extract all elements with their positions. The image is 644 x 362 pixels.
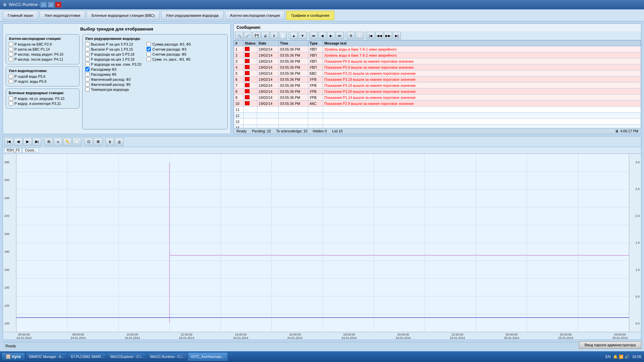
maximize-button[interactable]: □ <box>48 2 54 8</box>
msg-btn-up[interactable]: ▲ <box>290 32 298 39</box>
trend-cb-wp-0[interactable] <box>9 74 13 78</box>
close-button[interactable]: ✕ <box>55 2 62 8</box>
trend-cb-nr-6[interactable] <box>85 72 90 76</box>
chart-btn-lines[interactable]: ≡ <box>54 138 62 146</box>
chart-btn-zoom-fit[interactable]: ⊡ <box>84 138 93 146</box>
msg-cell-type: УВП <box>308 52 323 58</box>
trend-item-2: Р кислор. перед редукт. Р4.10 <box>9 52 76 56</box>
chart-btn-first[interactable]: |◀ <box>4 138 13 146</box>
trend-cb-nr-r1[interactable] <box>147 47 151 51</box>
trend-cb-azn-1[interactable] <box>9 47 13 51</box>
nav-bvs[interactable]: Блочные водородные станции (БВС) <box>87 11 160 20</box>
minimize-button[interactable]: ─ <box>40 2 47 8</box>
nav-water-prep[interactable]: Узел водоподготовки <box>40 11 85 20</box>
msg-cell-time: 03:55:36 PM <box>279 70 308 76</box>
taskbar-clock: 16:06 <box>632 355 641 359</box>
titlebar-title: WinCC-Runtime - <box>9 2 40 7</box>
trend-cb-nr-9[interactable] <box>85 87 90 92</box>
trend-cb-nr-r3[interactable] <box>147 57 151 61</box>
msg-btn-prev[interactable]: ◀ <box>318 32 326 39</box>
legend-rsh-f3[interactable]: RSH_F3 <box>4 148 22 153</box>
trend-cb-azn-3[interactable] <box>9 57 13 61</box>
msg-row: 1019/02/1403:55:36 PMАКСПоказания Р2.9 в… <box>234 101 641 107</box>
trend-cb-nr-8[interactable] <box>85 82 90 86</box>
main-content: Выбор трендов для отображения Азотно-кис… <box>0 21 644 351</box>
msg-cell-num: 12 <box>234 113 244 119</box>
legend-count[interactable]: Count... <box>22 148 39 153</box>
msg-btn-print2[interactable]: 📄 <box>279 32 287 39</box>
msg-btn-clock[interactable]: 🕐 <box>356 32 364 39</box>
nav-main-screen[interactable]: Главный экран <box>3 11 38 20</box>
msg-btn-first[interactable]: ⏮ <box>310 32 318 39</box>
msg-btn-settings[interactable]: ⚙ <box>347 32 355 39</box>
trend-label-nr-8: Фактический расход: Ф5 <box>91 82 130 86</box>
msg-cell-num: 7 <box>234 82 244 88</box>
msg-btn-filter2[interactable]: 🔎 <box>244 32 252 39</box>
trend-cb-wp-1[interactable] <box>9 79 13 83</box>
chart-sep-1 <box>43 138 43 145</box>
admin-button[interactable]: Ввод пароля администратора <box>579 341 641 349</box>
chart-btn-zoom-all[interactable]: ⊠ <box>94 138 102 146</box>
chart-btn-print[interactable]: 🖨 <box>115 138 123 146</box>
msg-btn-skip-prev[interactable]: ◀◀ <box>375 32 383 39</box>
msg-cell-type <box>308 125 323 128</box>
msg-row: 14 <box>234 125 641 128</box>
trend-item-nr-8: Фактический расход: Ф5 <box>85 82 141 86</box>
msg-cell-time <box>279 119 308 125</box>
msg-btn-info[interactable]: ℹ <box>270 32 278 39</box>
msg-cell-date: 19/02/14 <box>257 46 279 52</box>
trend-cb-bvs-1[interactable] <box>9 101 13 106</box>
msg-btn-down[interactable]: ▼ <box>299 32 307 39</box>
taskbar-simatic[interactable]: SIMATIC Manager - К... <box>26 353 67 361</box>
trend-item-nr-3: Р водорода на цех 1 Р3.19 <box>85 57 141 61</box>
chart-btn-last[interactable]: ▶| <box>33 138 41 146</box>
trend-cb-nr-0[interactable] <box>85 42 90 46</box>
nav-azn-ks[interactable]: Азотно-кислородная станция <box>225 11 285 20</box>
trend-cb-nr-r2[interactable] <box>147 52 151 56</box>
trend-cb-bvs-0[interactable] <box>9 96 13 101</box>
start-button[interactable]: 🪟 пуск <box>1 352 25 361</box>
trend-cb-azn-2[interactable] <box>9 52 13 56</box>
x-label-5: 16:00:0024.01.2014 <box>287 333 303 340</box>
msg-btn-filter1[interactable]: 🔍 <box>235 32 243 39</box>
msg-cell-status <box>244 107 257 113</box>
taskbar-s7plcsim[interactable]: S7-PLCSIM1 SIMAT... <box>68 353 107 361</box>
trend-cb-azn-0[interactable] <box>9 42 13 46</box>
msg-btn-last[interactable]: ⏭ <box>336 32 344 39</box>
taskbar-winccexplorer[interactable]: WinCCExplorer - C:\... <box>107 353 147 361</box>
msg-btn-skip-next[interactable]: ▶▶ <box>384 32 392 39</box>
taskbar-kztc[interactable]: КЗТС_АзотКислоро... <box>188 353 227 361</box>
trend-cb-nr-5[interactable] <box>85 67 90 71</box>
trend-cb-nr-3[interactable] <box>85 57 90 61</box>
msg-btn-skip-first[interactable]: |◀ <box>367 32 375 39</box>
trend-item-nr-r3: Сумм. сч. расх.: Ф3, Ф5 <box>147 57 191 61</box>
nav-h2-reduce[interactable]: Узел редуцирования водорода <box>161 11 224 20</box>
msg-row: 219/02/1403:55:36 PMУВПУровень воды в ба… <box>234 52 641 58</box>
taskbar: 🪟 пуск SIMATIC Manager - К... S7-PLCSIM1… <box>0 351 644 362</box>
chart-btn-prev[interactable]: ◀ <box>14 138 22 146</box>
chart-btn-grid[interactable]: ⊞ <box>44 138 53 146</box>
trend-cb-nr-4[interactable] <box>85 62 90 66</box>
msg-btn-next[interactable]: ▶ <box>327 32 335 39</box>
msg-btn-print[interactable]: 🖨 <box>261 32 269 39</box>
taskbar-winccruntime[interactable]: WinCC-Runtime - C:\... <box>147 353 187 361</box>
chart-btn-next[interactable]: ▶ <box>23 138 32 146</box>
msg-cell-time: 03:55:36 PM <box>279 58 308 64</box>
nav-graphs[interactable]: Графики и сообщения <box>286 11 334 20</box>
msg-cell-time: 03:55:36 PM <box>279 101 308 107</box>
trend-cb-nr-r0[interactable] <box>147 42 151 46</box>
trend-cb-nr-1[interactable] <box>85 47 90 51</box>
msg-btn-skip-last[interactable]: ▶| <box>393 32 401 39</box>
trend-cb-nr-2[interactable] <box>85 52 90 56</box>
msg-status-time: 4:06:17 PM <box>620 129 638 133</box>
trend-cb-nr-7[interactable] <box>85 77 90 81</box>
trend-label-nr-0: Высокое Р на цех 5 Р3.13 <box>91 42 133 46</box>
chart-btn-pause[interactable]: ⏸ <box>105 138 114 146</box>
chart-btn-ruler[interactable]: 📏 <box>63 138 72 146</box>
msg-btn-save[interactable]: 💾 <box>253 32 261 39</box>
msg-cell-num: 10 <box>234 101 244 107</box>
trend-item-0: Р воздуха на БВС Р2.9 <box>9 42 76 46</box>
msg-cell-type: УРВ <box>308 95 323 101</box>
chart-btn-clock[interactable]: 🕐 <box>72 138 81 146</box>
msg-cell-status <box>244 76 257 82</box>
